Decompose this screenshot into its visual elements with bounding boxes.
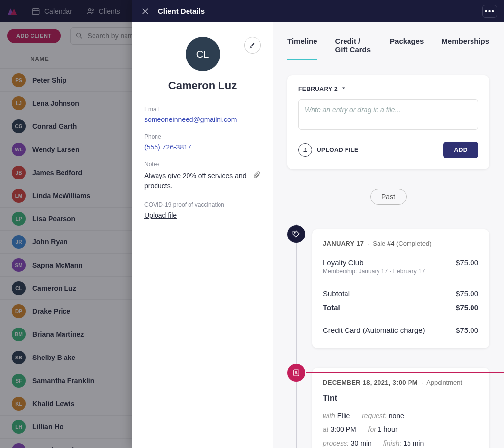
tab-credit-gift-cards[interactable]: Credit / Gift Cards: [335, 37, 372, 60]
avatar: SM: [12, 258, 26, 272]
email-label: Email: [144, 106, 261, 113]
client-details-panel: Client Details ••• CL Cameron Luz Email …: [132, 0, 504, 448]
timeline-item-appointment: DECEMBER 18, 2021, 3:00 PM · Appointment…: [312, 368, 489, 448]
timeline-item-sale: JANUARY 17 · Sale #4 (Completed) Loyalty…: [312, 229, 489, 348]
avatar: BM: [12, 328, 26, 341]
payment-value: $75.00: [456, 326, 478, 334]
avatar: JB: [12, 166, 26, 179]
client-name: James Bedford: [32, 169, 82, 177]
svg-point-5: [92, 9, 93, 10]
client-name: Linda McWilliams: [32, 192, 90, 200]
timeline-divider: [306, 372, 504, 373]
svg-point-4: [88, 8, 91, 11]
tabs: TimelineCredit / Gift CardsPackagesMembe…: [273, 22, 504, 60]
upload-file-link[interactable]: Upload file: [144, 211, 177, 219]
notes-label: Notes: [144, 161, 261, 168]
phone-value[interactable]: (555) 726-3817: [144, 143, 261, 151]
add-client-button[interactable]: ADD CLIENT: [7, 29, 61, 43]
close-button[interactable]: [139, 5, 151, 17]
sale-tag-icon: [287, 225, 305, 243]
appointment-badge-icon: [287, 364, 305, 382]
avatar: KL: [12, 397, 26, 411]
search-icon: [75, 32, 83, 40]
entry-textarea[interactable]: [298, 99, 478, 130]
attachment-icon[interactable]: [253, 171, 261, 180]
client-name: Francisco DiMonte: [32, 446, 94, 448]
client-name: John Ryan: [32, 238, 68, 246]
sale-item-name: Loyalty Club: [323, 258, 425, 267]
covid-label: COVID-19 proof of vaccination: [144, 201, 261, 208]
sale-date: JANUARY 17: [323, 240, 364, 247]
tab-timeline[interactable]: Timeline: [287, 37, 317, 60]
svg-point-11: [294, 232, 295, 233]
client-info-column: CL Cameron Luz Email someoneinneed@gmail…: [132, 22, 273, 448]
svg-point-13: [296, 371, 297, 373]
appt-type: Appointment: [426, 379, 462, 386]
tab-packages[interactable]: Packages: [390, 37, 424, 60]
avatar: PS: [12, 73, 26, 87]
avatar: FD: [12, 443, 26, 448]
avatar: SF: [12, 374, 26, 388]
client-name: Sapna McMann: [32, 261, 83, 269]
client-name: Lena Johnson: [32, 99, 79, 107]
timeline: JANUARY 17 · Sale #4 (Completed) Loyalty…: [287, 219, 489, 448]
clients-icon: [86, 7, 95, 16]
appointment-card[interactable]: DECEMBER 18, 2021, 3:00 PM · Appointment…: [312, 368, 489, 448]
notes-value: Always give 20% off services and product…: [144, 171, 248, 191]
client-name: Samantha Franklin: [32, 377, 94, 385]
client-name: Conrad Garth: [32, 122, 77, 130]
sale-item-price: $75.00: [456, 258, 478, 267]
client-name: Lillian Ho: [32, 423, 63, 431]
past-pill-button[interactable]: Past: [370, 189, 407, 205]
client-name: Cameron Luz: [32, 284, 76, 292]
payment-label: Credit Card (Automatic charge): [323, 326, 425, 334]
client-avatar: CL: [186, 37, 220, 71]
nav-label: Clients: [99, 7, 120, 15]
sale-item-sub: Membership: January 17 - February 17: [323, 268, 425, 275]
client-name-heading: Cameron Luz: [144, 79, 261, 92]
client-name: Shelby Blake: [32, 354, 75, 361]
client-name: Drake Price: [32, 307, 70, 315]
appt-service: Tint: [323, 394, 478, 403]
client-name: Briana Martinez: [32, 330, 84, 338]
email-value[interactable]: someoneinneed@gmailni.com: [144, 116, 261, 123]
panel-title: Client Details: [158, 7, 482, 15]
appt-date: DECEMBER 18, 2021, 3:00 PM: [323, 379, 418, 386]
edit-client-button[interactable]: [244, 37, 261, 54]
avatar: CL: [12, 281, 26, 295]
svg-rect-0: [32, 8, 39, 14]
svg-line-7: [80, 37, 82, 38]
tab-memberships[interactable]: Memberships: [441, 37, 489, 60]
nav-calendar[interactable]: Calendar: [32, 7, 72, 16]
client-name: Lisa Pearson: [32, 215, 75, 223]
upload-file-button[interactable]: UPLOAD FILE: [298, 143, 358, 157]
entry-date-picker[interactable]: FEBRUARY 2: [298, 85, 478, 92]
avatar: JR: [12, 235, 26, 249]
sale-card[interactable]: JANUARY 17 · Sale #4 (Completed) Loyalty…: [312, 229, 489, 348]
avatar: DP: [12, 304, 26, 318]
panel-header: Client Details •••: [132, 0, 504, 22]
avatar: SB: [12, 351, 26, 364]
entry-card: FEBRUARY 2 UPLOAD FILE ADD: [287, 75, 489, 169]
avatar: LM: [12, 189, 26, 203]
upload-icon: [298, 143, 312, 157]
calendar-icon: [32, 7, 40, 16]
timeline-column: TimelineCredit / Gift CardsPackagesMembe…: [273, 22, 504, 448]
total-value: $75.00: [456, 303, 478, 312]
avatar: WL: [12, 143, 26, 156]
add-button[interactable]: ADD: [443, 142, 479, 158]
timeline-line: [296, 224, 297, 448]
client-name: Wendy Larsen: [32, 146, 79, 153]
app-logo-icon: [7, 6, 18, 17]
caret-down-icon: [341, 85, 346, 92]
nav-label: Calendar: [44, 7, 72, 15]
svg-point-6: [76, 33, 80, 37]
subtotal-value: $75.00: [456, 289, 478, 298]
avatar: LJ: [12, 96, 26, 110]
more-button[interactable]: •••: [482, 5, 497, 18]
nav-clients[interactable]: Clients: [86, 7, 120, 16]
avatar: LH: [12, 420, 26, 434]
phone-label: Phone: [144, 133, 261, 140]
upload-label: UPLOAD FILE: [317, 147, 358, 153]
client-name: Khalid Lewis: [32, 400, 75, 408]
